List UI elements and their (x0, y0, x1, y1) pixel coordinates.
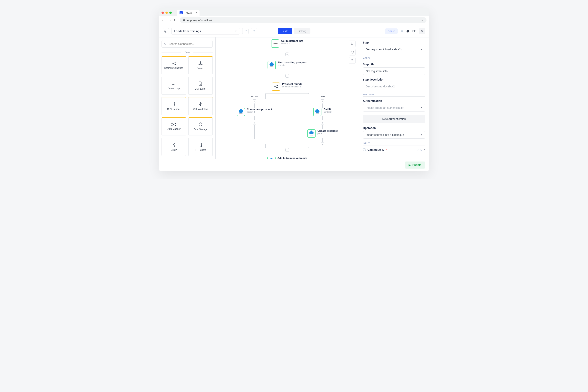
node-create-new-prospect[interactable]: pardot (237, 108, 245, 116)
connector-branch[interactable]: Branch (188, 56, 213, 74)
close-window-icon[interactable] (162, 12, 164, 14)
operation-value: Import courses into a catalogue (366, 133, 404, 136)
node-sub: pardot-3 (318, 132, 338, 135)
connector-label: CSV Reader (167, 108, 180, 110)
operation-selector[interactable]: Import courses into a catalogue ▼ (363, 131, 425, 138)
add-step-button[interactable]: + (321, 99, 324, 103)
radio-icon[interactable] (363, 148, 366, 151)
svg-point-9 (202, 64, 202, 65)
help-icon: ? (406, 30, 410, 33)
svg-point-3 (164, 43, 166, 44)
node-sub: pardot-1 (278, 64, 306, 66)
chevron-down-icon: ▼ (420, 134, 422, 136)
branch-false-label: FALSE (251, 96, 258, 98)
tab-title: Tray.io (184, 11, 192, 14)
undo-button[interactable]: ↶ (242, 28, 248, 34)
enable-label: Enable (412, 164, 422, 166)
svg-text:?: ? (408, 30, 408, 32)
break-loop-icon (172, 82, 176, 85)
window-controls[interactable] (162, 12, 172, 14)
node-title: Find matching prospect (278, 61, 306, 64)
address-bar[interactable]: app.tray.io/workflow/ ☆ (180, 17, 426, 23)
step-desc-label: Step description (363, 78, 425, 81)
node-prospect-found[interactable] (272, 82, 280, 91)
node-get-id[interactable]: pardot (313, 108, 322, 116)
pardot-icon (269, 159, 274, 159)
help-link[interactable]: ? Help (406, 30, 416, 33)
chevron-down-icon: ▼ (420, 106, 422, 109)
svg-point-14 (175, 125, 176, 126)
input-catalogue-id[interactable]: Catalogue ID* ? A ▼ (363, 148, 425, 151)
add-step-button[interactable]: + (321, 121, 324, 124)
tab-build[interactable]: Build (278, 28, 292, 34)
pardot-icon (309, 132, 314, 134)
node-sub: pardot-2 (324, 111, 332, 113)
svg-point-11 (172, 123, 172, 124)
add-step-button[interactable]: + (286, 74, 289, 78)
node-add-to-training-outreach[interactable]: pardot (267, 156, 276, 159)
minimize-window-icon[interactable] (166, 12, 168, 14)
search-field[interactable] (169, 42, 210, 46)
connector-boolean-condition[interactable]: Boolean Condition (162, 56, 186, 74)
node-title: Prospect found? (282, 82, 302, 86)
add-step-button[interactable]: + (321, 142, 324, 146)
data-mapper-icon (171, 123, 176, 126)
connector-csv-reader[interactable]: CSV Reader (162, 97, 186, 115)
tab-close-icon[interactable]: × (196, 11, 198, 14)
connector-break-loop[interactable]: Break Loop (162, 77, 186, 95)
connector-call-workflow[interactable]: Call Workflow (188, 97, 213, 115)
chevron-down-icon[interactable]: ▼ (423, 148, 425, 151)
settings-button[interactable] (163, 28, 169, 34)
connector-csv-editor[interactable]: CSV Editor (188, 77, 213, 95)
connector-label: Branch (197, 67, 204, 70)
ftp-icon (198, 143, 202, 147)
tab-debug[interactable]: Debug (294, 28, 310, 34)
connector-label: CSV Editor (195, 88, 206, 90)
node-sub: boolean-condition-1 (282, 86, 302, 88)
workflow-name: Leads from trainings (174, 30, 201, 33)
share-button[interactable]: Share (385, 28, 398, 34)
node-title: Create new prospect (247, 108, 272, 111)
type-indicator-icon[interactable]: A (420, 148, 422, 151)
connector-data-mapper[interactable]: Data Mapper (162, 118, 186, 136)
add-step-button[interactable]: + (253, 121, 256, 124)
redo-button[interactable]: ↷ (251, 28, 257, 34)
notifications-icon[interactable] (400, 30, 404, 33)
svg-point-20 (277, 88, 278, 88)
help-tooltip-icon[interactable]: ? (417, 148, 418, 151)
maximize-window-icon[interactable] (169, 12, 172, 14)
chevron-down-icon: ▼ (235, 30, 237, 32)
tab-favicon-icon: ⎄ (180, 11, 183, 14)
node-find-matching-prospect[interactable]: pardot (268, 61, 276, 69)
add-step-button[interactable]: + (253, 99, 256, 103)
bookmark-star-icon[interactable]: ☆ (421, 18, 423, 22)
connector-label: Data Mapper (167, 128, 180, 130)
new-authentication-button[interactable]: New Authentication (363, 115, 425, 123)
forward-icon[interactable]: → (168, 18, 171, 22)
auth-selector[interactable]: Please create an authentication ▼ (363, 104, 425, 112)
step-selector[interactable]: Get registrant info (docebo-2) ▼ (363, 46, 425, 53)
back-icon[interactable]: ← (162, 18, 165, 22)
browser-tab[interactable]: ⎄ Tray.io × (177, 10, 200, 16)
reload-icon[interactable]: ⟳ (174, 18, 177, 22)
node-get-registrant-info[interactable]: docebo (271, 40, 279, 48)
connector-ftp-client[interactable]: FTP Client (188, 138, 213, 156)
connector-data-storage[interactable]: Data Storage (188, 118, 213, 136)
node-update-prospect[interactable]: pardot (307, 129, 316, 138)
close-panel-button[interactable]: ✕ (419, 28, 425, 34)
search-input[interactable] (162, 40, 213, 48)
enable-button[interactable]: ▶ Enable (405, 162, 425, 168)
svg-point-4 (175, 62, 176, 62)
add-step-button[interactable]: + (286, 52, 289, 56)
connector-delay[interactable]: Delay (162, 138, 186, 156)
node-title: Add to training outreach (278, 156, 307, 159)
chevron-down-icon: ▼ (420, 48, 422, 50)
step-desc-input[interactable] (363, 83, 425, 90)
catalogue-id-label: Catalogue ID (368, 148, 384, 151)
auth-placeholder: Please create an authentication (366, 106, 404, 109)
add-step-button[interactable]: + (286, 148, 289, 152)
pardot-icon (239, 110, 243, 113)
workflow-selector[interactable]: Leads from trainings ▼ (171, 28, 240, 34)
step-title-input[interactable] (363, 68, 425, 75)
svg-point-6 (200, 62, 201, 62)
